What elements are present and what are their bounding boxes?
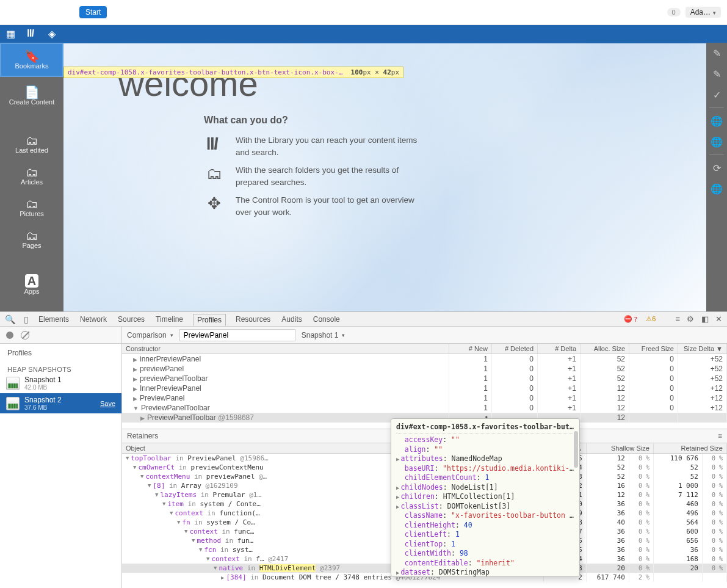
tab-console[interactable]: Console (312, 313, 341, 325)
devtools-panel: 🔍 ▯ Elements Network Sources Timeline Pr… (0, 311, 727, 588)
popup-scrollbar[interactable] (574, 431, 578, 468)
tab-elements[interactable]: Elements (37, 313, 70, 325)
sidebar-item-pictures[interactable]: 🗂 Pictures (0, 192, 63, 223)
sidebar-item-label: Articles (21, 178, 43, 186)
right-rail: ✎ ✎ ✓ 🌐 🌐 ⟳ 🌐 (706, 25, 727, 311)
settings-icon[interactable]: ⚙ (687, 314, 694, 324)
close-devtools-icon[interactable]: ✕ (715, 314, 722, 324)
drawer-icon[interactable]: ≡ (675, 314, 680, 324)
tab-resources[interactable]: Resources (234, 313, 272, 325)
dock-icon[interactable]: ◧ (701, 314, 709, 324)
welcome-subtitle: What can you do? (204, 115, 651, 126)
sidebar-item-apps[interactable]: A Apps (0, 269, 63, 300)
inspect-icon[interactable]: 🔍 (5, 314, 15, 324)
svg-rect-5 (214, 137, 218, 150)
user-menu[interactable]: Ada… (685, 7, 721, 18)
device-icon[interactable]: ▯ (24, 314, 29, 324)
start-button[interactable]: Start (79, 6, 107, 18)
snapshot-1[interactable]: Snapshot 1 42.0 MB (0, 373, 121, 393)
table-row[interactable]: ▶InnerPreviewPanel10+1120+12 (122, 383, 727, 393)
library-icon (204, 134, 225, 157)
base-snapshot-dropdown[interactable]: Snapshot 1 (302, 331, 345, 339)
svg-rect-2 (32, 29, 34, 36)
tab-audits[interactable]: Audits (280, 313, 303, 325)
welcome-row-library: With the Library you can reach your cont… (204, 134, 651, 158)
svg-rect-1 (30, 29, 31, 37)
rail-icon-check[interactable]: ✓ (706, 84, 727, 105)
tab-sources[interactable]: Sources (117, 313, 146, 325)
create-icon: 📄 (24, 86, 40, 98)
devtools-tabs: 🔍 ▯ Elements Network Sources Timeline Pr… (0, 312, 727, 327)
sidebar-item-label: Bookmarks (15, 62, 48, 70)
rail-refresh-icon[interactable]: ⟳ (706, 158, 727, 178)
notification-badge[interactable]: 0 (667, 8, 681, 16)
tab-timeline[interactable]: Timeline (154, 313, 184, 325)
sidebar-item-label: Pages (22, 242, 41, 249)
error-count[interactable]: ⛔7 (624, 315, 637, 323)
sidebar-item-create[interactable]: 📄 Create Content (0, 77, 63, 115)
clock-folder-icon: 🗂 (26, 134, 38, 147)
clear-button[interactable] (21, 331, 29, 339)
target-icon[interactable]: ◈ (48, 28, 56, 40)
svg-rect-3 (208, 137, 210, 150)
sidebar-item-lastedited[interactable]: 🗂 Last edited (0, 128, 63, 160)
record-button[interactable] (6, 332, 13, 339)
apps-icon: A (25, 274, 38, 288)
search-folder-icon: 🗂 (204, 164, 225, 183)
rail-globe-1[interactable]: 🌐 (706, 111, 727, 131)
sidebar-divider (0, 115, 63, 128)
rail-icon-1[interactable]: ✎ (706, 43, 727, 64)
top-bar: Start 0 Ada… (0, 0, 727, 25)
pages-icon: 🗂 (26, 230, 38, 242)
rail-icon-2[interactable]: ✎ (706, 64, 727, 84)
profiles-sidebar: Profiles HEAP SNAPSHOTS Snapshot 1 42.0 … (0, 327, 122, 588)
grid-icon[interactable]: ▦ (6, 28, 15, 40)
save-link[interactable]: Save (100, 400, 115, 407)
object-hover-popup: div#ext-comp-1058.x-favorites-toolbar-bu… (391, 418, 580, 577)
svg-rect-0 (27, 29, 29, 37)
rail-globe-3[interactable]: 🌐 (706, 178, 727, 199)
profiles-main: Comparison Snapshot 1 Constructor # New … (122, 327, 727, 588)
rail-globe-2[interactable]: 🌐 (706, 131, 727, 152)
view-mode-dropdown[interactable]: Comparison (127, 331, 173, 339)
snapshot-2[interactable]: Snapshot 2 37.6 MB Save (0, 393, 121, 413)
welcome-row-search: 🗂 With the search folders you get the re… (204, 164, 651, 188)
table-row[interactable]: ▶PreviewPanel10+1120+12 (122, 393, 727, 403)
tab-network[interactable]: Network (79, 313, 108, 325)
sidebar-item-label: Pictures (20, 210, 44, 217)
table-row[interactable]: ▶previewPanel10+1520+52 (122, 364, 727, 374)
articles-icon: 🗂 (26, 166, 38, 178)
svg-rect-4 (211, 137, 214, 150)
welcome-row-controlroom: ✥ The Control Room is your tool to get a… (204, 194, 651, 218)
table-row[interactable]: ▼PreviewPanelToolbar10+1120+12 (122, 403, 727, 413)
profiles-title: Profiles (0, 344, 121, 360)
bookmark-icon: 🔖 (24, 50, 40, 62)
table-row[interactable]: ▶innerPreviewPanel10+1520+52 (122, 354, 727, 365)
class-filter-input[interactable] (179, 329, 295, 341)
retainers-menu-icon[interactable]: ≡ (718, 432, 722, 440)
sidebar-item-articles[interactable]: 🗂 Articles (0, 160, 63, 192)
left-sidebar: ▦ ◈ 🔖 Bookmarks 📄 Create Content 🗂 Last … (0, 25, 63, 311)
warning-count[interactable]: ⚠6 (646, 315, 656, 323)
sidebar-divider (0, 255, 63, 269)
sidebar-item-label: Last edited (15, 147, 48, 154)
welcome-panel: welcome What can you do? With the Librar… (63, 43, 706, 311)
sidebar-item-label: Create Content (9, 98, 55, 106)
sidebar-item-bookmarks[interactable]: 🔖 Bookmarks (0, 43, 63, 77)
element-inspect-tooltip: div#ext-comp-1058.x-favorites-toolbar-bu… (63, 67, 403, 78)
sidebar-mode-tabs: ▦ ◈ (0, 25, 63, 43)
sidebar-item-pages[interactable]: 🗂 Pages (0, 223, 63, 255)
content-area: div#ext-comp-1058.x-favorites-toolbar-bu… (63, 25, 706, 311)
heap-snapshots-header: HEAP SNAPSHOTS (0, 360, 121, 373)
table-row[interactable]: ▶previewPanelToolbar10+1520+52 (122, 374, 727, 383)
pictures-icon: 🗂 (26, 198, 38, 210)
main-row: ▦ ◈ 🔖 Bookmarks 📄 Create Content 🗂 Last … (0, 25, 727, 311)
tab-profiles[interactable]: Profiles (193, 314, 226, 326)
comparison-grid[interactable]: Constructor # New # Deleted # Delta Allo… (122, 344, 727, 429)
library-icon[interactable] (26, 27, 37, 41)
snapshot-icon (6, 397, 20, 410)
sidebar-item-label: Apps (24, 288, 39, 295)
snapshot-icon (6, 377, 20, 390)
control-room-icon: ✥ (204, 194, 225, 213)
